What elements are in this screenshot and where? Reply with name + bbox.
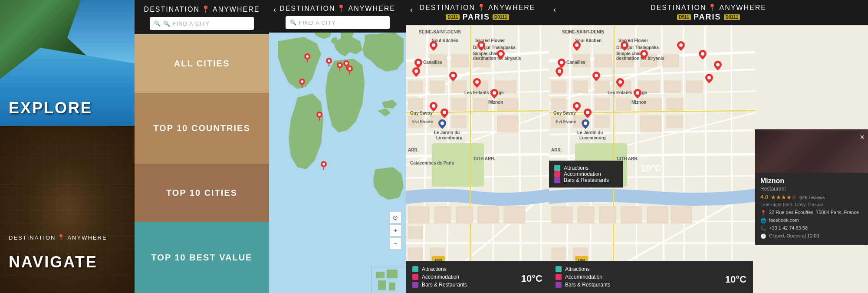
- popup-review-count: 626 reviews: [799, 195, 825, 200]
- zoom-out-button[interactable]: −: [389, 237, 401, 250]
- map-pin-8[interactable]: [320, 161, 327, 172]
- p5-bars-dot: [554, 177, 560, 183]
- p5-pin-10[interactable]: [582, 119, 589, 131]
- paris-popup-destination-text: DESTINATION: [651, 4, 706, 12]
- p5-bottom-bars: Bars & Restaurants: [556, 282, 746, 288]
- popup-address-row: 📍 22 Rue des Ecouffes, 75004 Paris, Fran…: [760, 210, 863, 216]
- paris-popup-road-badge-left: D911: [677, 14, 691, 20]
- bars-label: Bars & Restaurants: [422, 282, 467, 288]
- popup-phone-row[interactable]: 📞 +33 1 42 74 83 58: [760, 225, 863, 231]
- svg-rect-114: [573, 80, 588, 93]
- popup-restaurant-type: Restaurant: [760, 186, 863, 192]
- map-pin-5[interactable]: [346, 65, 353, 76]
- map-pin-7[interactable]: [316, 111, 323, 122]
- search-icon: 🔍: [154, 20, 161, 26]
- navigate-section: DESTINATION 📍 ANYWHERE NAVIGATE: [0, 126, 135, 293]
- paris-pin-9[interactable]: [441, 109, 448, 120]
- p5-legend-accommodation: Accommodation: [554, 171, 618, 177]
- svg-rect-19: [387, 270, 398, 278]
- paris-popup-header: ‹ DESTINATION 📍 ANYWHERE D911 PARIS D011…: [549, 0, 868, 25]
- paris-popup-road-badge-right: D0111: [724, 14, 740, 20]
- world-map-bg: ⊙ + −: [269, 26, 406, 293]
- menu-all-cities[interactable]: ALL CITIES: [135, 34, 269, 93]
- paris-pin-10[interactable]: [438, 119, 446, 131]
- menu-search-bar[interactable]: 🔍 🔍 FIND A CITY: [150, 17, 254, 30]
- p5-side-legend: Attractions Accommodation Bars & Restaur…: [549, 161, 623, 188]
- paris-pin-icon: 📍: [477, 3, 487, 12]
- menu-top10-cities[interactable]: TOP 10 CITIES: [135, 164, 269, 222]
- paris-popup-back-button[interactable]: ‹: [553, 5, 556, 14]
- svg-point-142: [560, 61, 563, 64]
- menu-pin-icon: 📍: [201, 5, 211, 13]
- paris-pin-5[interactable]: [412, 67, 420, 79]
- menu-top10-countries[interactable]: TOP 10 COUNTRIES: [135, 93, 269, 164]
- p5-pin-4[interactable]: [640, 50, 648, 61]
- menu-app-title: DESTINATION 📍 ANYWHERE: [144, 5, 260, 13]
- world-destination-text: DESTINATION: [279, 5, 335, 13]
- p5-temperature: 10°C: [641, 163, 662, 174]
- p5-pin-extra-3[interactable]: [714, 61, 722, 72]
- svg-point-76: [414, 69, 418, 73]
- svg-point-144: [558, 69, 561, 73]
- paris-pin-2[interactable]: [477, 41, 485, 53]
- top10-cities-label: TOP 10 CITIES: [166, 188, 237, 198]
- map-pin-3[interactable]: [336, 62, 343, 73]
- svg-rect-109: [595, 54, 612, 67]
- p5-pin-extra-2[interactable]: [699, 50, 707, 61]
- zoom-in-button[interactable]: +: [389, 224, 401, 237]
- svg-rect-118: [664, 80, 681, 93]
- svg-rect-133: [621, 206, 642, 224]
- world-search-bar[interactable]: 🔍 FIND A CITY: [286, 16, 390, 29]
- svg-rect-61: [408, 206, 430, 224]
- world-map-header: ‹ DESTINATION 📍 ANYWHERE 🔍 FIND A CITY: [269, 0, 406, 33]
- p5-legend-bars: Bars & Restaurants: [554, 177, 618, 183]
- paris-pin-miznon[interactable]: [490, 89, 498, 100]
- map-pin-2[interactable]: [326, 57, 332, 69]
- svg-rect-124: [666, 98, 684, 111]
- map-pin-1[interactable]: [304, 53, 311, 64]
- paris-map-background: D63 SEINE-SAINT-DENIS Soul Kitchen Sacre…: [406, 26, 549, 293]
- p5-pin-7[interactable]: [616, 78, 624, 89]
- paris-pin-1[interactable]: 🍴: [430, 41, 437, 53]
- p5-pin-extra-4[interactable]: [705, 74, 713, 85]
- svg-rect-59: [451, 115, 467, 128]
- menu-top10-best-value[interactable]: TOP 10 BEST VALUE: [135, 222, 269, 293]
- popup-stars-icon: ★★★★☆: [771, 194, 797, 201]
- p5-pin-5[interactable]: [556, 67, 563, 79]
- popup-content-area: Miznon Restaurant 4.0 ★★★★☆ 626 reviews …: [755, 173, 868, 245]
- restaurant-popup: 375x400 × Miznon Restaurant 4.0 ★★★★☆ 62…: [755, 129, 868, 245]
- map-pin-6[interactable]: [299, 78, 306, 89]
- svg-point-4: [328, 59, 330, 62]
- p5-pin-8[interactable]: [573, 102, 581, 113]
- svg-point-141: [623, 43, 626, 47]
- popup-close-button[interactable]: ×: [860, 133, 865, 142]
- map-controls: ⊙ + −: [389, 211, 401, 250]
- p5-pin-1[interactable]: [573, 41, 581, 53]
- menu-anywhere-text: ANYWHERE: [213, 6, 260, 13]
- thirteenth-arr-label: 13TH ARR.: [473, 156, 495, 161]
- p5-pin-2[interactable]: [621, 41, 628, 53]
- p5-bottom-attractions: Attractions: [556, 266, 746, 272]
- svg-rect-131: [577, 206, 595, 224]
- p5-pin-6[interactable]: [592, 72, 600, 83]
- paris-pin-4[interactable]: [497, 50, 505, 61]
- popup-address: 22 Rue des Ecouffes, 75004 Paris, France: [769, 210, 859, 215]
- popup-website-row[interactable]: 🌐 facebook.com: [760, 217, 863, 224]
- svg-line-107: [613, 26, 614, 293]
- paris-pin-7[interactable]: [473, 78, 481, 89]
- paris-back-button[interactable]: ‹: [410, 5, 413, 14]
- paris-pin-6[interactable]: [449, 72, 457, 83]
- compass-button[interactable]: ⊙: [389, 211, 401, 224]
- svg-rect-21: [389, 283, 395, 290]
- p5-pin-extra-1[interactable]: [677, 41, 685, 53]
- p5-pin-miznon[interactable]: [634, 89, 641, 100]
- popup-restaurant-name: Miznon: [760, 177, 863, 185]
- svg-point-10: [349, 67, 351, 70]
- p5-evi-evane: Evi Evane: [556, 119, 576, 124]
- paris-city-name: PARIS: [462, 13, 490, 22]
- back-button[interactable]: ‹: [273, 5, 276, 14]
- p5-pin-9[interactable]: [584, 109, 592, 120]
- legend-attractions: Attractions: [412, 266, 542, 272]
- paris-pin-8[interactable]: [430, 102, 437, 113]
- popup-restaurant-image: 375x400: [755, 129, 868, 173]
